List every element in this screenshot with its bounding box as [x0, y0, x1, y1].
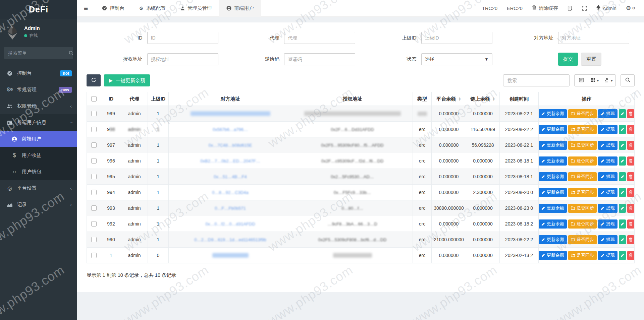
detail-view-button[interactable] [574, 74, 588, 86]
row-checkbox[interactable] [91, 205, 97, 211]
columns-button[interactable]: ▼ [588, 74, 602, 86]
counterparty-address-filter-input[interactable] [558, 32, 629, 44]
update-balance-button[interactable]: 更新余额 [539, 219, 567, 229]
counterparty-address-link[interactable]: 0…8…92…C3D4a [212, 190, 248, 195]
menu-toggle-button[interactable]: ≡ [77, 4, 95, 12]
edit-button[interactable] [619, 188, 626, 197]
update-balance-button[interactable]: 更新余额 [539, 125, 567, 134]
delete-button[interactable] [627, 125, 634, 134]
withdraw-button[interactable]: 提现 [598, 204, 618, 213]
select-all-checkbox[interactable] [91, 96, 97, 102]
id-filter-input[interactable] [147, 32, 218, 44]
row-checkbox[interactable] [91, 111, 97, 116]
trc20-link[interactable]: TRC20 [482, 6, 497, 11]
update-balance-button[interactable]: 更新余额 [539, 156, 567, 166]
sync-button[interactable]: 是否同步 [568, 141, 597, 150]
withdraw-button[interactable]: 提现 [598, 109, 618, 118]
edit-button[interactable] [619, 172, 626, 181]
edit-button[interactable] [619, 156, 626, 166]
row-checkbox[interactable] [91, 158, 97, 164]
delete-button[interactable] [627, 109, 634, 118]
auth-address-filter-input[interactable] [147, 53, 218, 65]
nav-tab-system-config[interactable]: ⚙ 系统配置 [132, 0, 173, 17]
settings-gears-icon[interactable]: ⚙⚙ [626, 5, 635, 11]
sidebar-item-dashboard[interactable]: 控制台 hot [0, 65, 77, 81]
counterparty-address-link[interactable]: 0x…7C48…b08d615E [208, 143, 252, 148]
edit-document-icon[interactable] [568, 6, 573, 11]
nav-tab-frontend-users[interactable]: 前端用户 [219, 0, 261, 17]
row-checkbox[interactable] [91, 221, 97, 227]
sync-button[interactable]: 是否同步 [568, 235, 597, 244]
sync-button[interactable]: 是否同步 [568, 156, 597, 166]
fulltext-search-button[interactable] [621, 74, 635, 86]
header-chain-balance[interactable]: 链上余额 ▲▼ [466, 92, 500, 106]
delete-button[interactable] [627, 141, 634, 150]
delete-button[interactable] [627, 188, 634, 197]
sidebar-item-frontend-user-info[interactable]: 前端用户信息 ‹ [0, 114, 77, 131]
sync-button[interactable]: 是否同步 [568, 219, 597, 229]
invite-code-filter-input[interactable] [284, 53, 355, 65]
withdraw-button[interactable]: 提现 [598, 219, 618, 229]
header-platform-balance[interactable]: 平台余额 ▲▼ [432, 92, 466, 106]
counterparty-address-link[interactable]: 0xB2…7…0b2…ED…2047F… [200, 158, 260, 164]
delete-button[interactable] [627, 219, 634, 229]
export-button[interactable]: ▼ [602, 74, 616, 86]
sidebar-item-user-wallet[interactable]: ○ 用户钱包 [0, 164, 77, 180]
delete-button[interactable] [627, 156, 634, 166]
update-all-balances-button[interactable]: ▶ 一键更新余额 [104, 74, 150, 86]
update-balance-button[interactable]: 更新余额 [539, 204, 567, 213]
sidebar-item-frontend-users[interactable]: 前端用户 [0, 131, 77, 147]
sync-button[interactable]: 是否同步 [568, 251, 597, 260]
row-checkbox[interactable] [91, 174, 97, 179]
erc20-link[interactable]: ERC20 [507, 6, 523, 11]
delete-button[interactable] [627, 172, 634, 181]
edit-button[interactable] [619, 219, 626, 229]
sidebar-item-general[interactable]: ⚙⚙ 常规管理 new [0, 81, 77, 98]
edit-button[interactable] [619, 141, 626, 150]
edit-button[interactable] [619, 235, 626, 244]
delete-button[interactable] [627, 204, 634, 213]
sidebar-item-platform-settings[interactable]: ◎ 平台设置 ‹ [0, 180, 77, 196]
refresh-button[interactable] [87, 74, 101, 86]
withdraw-button[interactable]: 提现 [598, 235, 618, 244]
row-checkbox[interactable] [91, 253, 97, 258]
sidebar-item-records[interactable]: 记录 ‹ [0, 196, 77, 213]
edit-button[interactable] [619, 204, 626, 213]
withdraw-button[interactable]: 提现 [598, 141, 618, 150]
withdraw-button[interactable]: 提现 [598, 172, 618, 181]
sidebar-search-input[interactable] [8, 50, 69, 56]
withdraw-button[interactable]: 提现 [598, 125, 618, 134]
row-checkbox[interactable] [91, 142, 97, 148]
row-checkbox[interactable] [91, 237, 97, 242]
update-balance-button[interactable]: 更新余额 [539, 172, 567, 181]
delete-button[interactable] [627, 251, 634, 260]
delete-button[interactable] [627, 235, 634, 244]
agent-filter-input[interactable] [284, 32, 355, 44]
withdraw-button[interactable]: 提现 [598, 188, 618, 197]
sync-button[interactable]: 是否同步 [568, 204, 597, 213]
withdraw-button[interactable]: 提现 [598, 251, 618, 260]
row-checkbox[interactable] [91, 127, 97, 132]
sidebar-item-permissions[interactable]: 权限管理 ‹ [0, 98, 77, 114]
sidebar-item-user-earnings[interactable]: $ 用户收益 [0, 147, 77, 164]
admin-menu[interactable]: Admin [596, 5, 616, 12]
update-balance-button[interactable]: 更新余额 [539, 251, 567, 260]
counterparty-address-link[interactable]: 0x…0…f2…0…d31AFDD [205, 221, 255, 227]
counterparty-address-link[interactable]: 0x…51…4B…F4 [214, 174, 247, 179]
edit-button[interactable] [619, 251, 626, 260]
submit-button[interactable]: 提交 [558, 53, 578, 66]
edit-button[interactable] [619, 109, 626, 118]
update-balance-button[interactable]: 更新余额 [539, 235, 567, 244]
nav-tab-dashboard[interactable]: 控制台 [95, 0, 132, 17]
nav-tab-admin-management[interactable]: 管理员管理 [173, 0, 219, 17]
clear-cache-button[interactable]: 清除缓存 [532, 5, 558, 11]
withdraw-button[interactable]: 提现 [598, 156, 618, 166]
reset-button[interactable]: 重置 [581, 53, 601, 66]
counterparty-address-link[interactable]: 0…2…D9…619…1d…ed1146513f9b [194, 237, 266, 242]
counterparty-address-link[interactable]: 0…F…Fb0b571 [215, 206, 246, 211]
update-balance-button[interactable]: 更新余额 [539, 141, 567, 150]
sync-button[interactable]: 是否同步 [568, 188, 597, 197]
fullscreen-icon[interactable] [582, 6, 587, 11]
sync-button[interactable]: 是否同步 [568, 125, 597, 134]
status-select[interactable]: 选择 ▼ [421, 53, 492, 65]
